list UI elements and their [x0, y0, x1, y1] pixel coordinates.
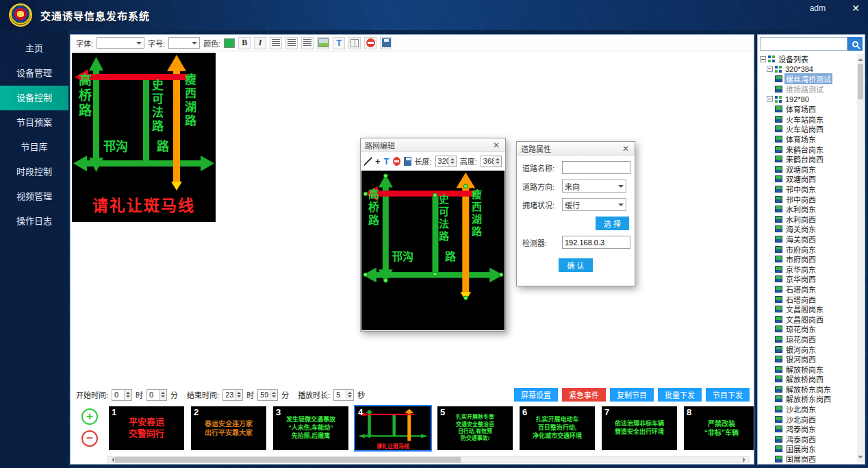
- scroll-up-arrow[interactable]: [858, 56, 863, 61]
- collapse-icon[interactable]: [767, 66, 773, 72]
- spin-down-arrow[interactable]: [237, 395, 241, 399]
- action-button[interactable]: 紧急事件: [562, 388, 606, 402]
- sidebar-item[interactable]: 设备管理: [0, 61, 68, 86]
- close-icon[interactable]: ✕: [621, 144, 630, 153]
- tree-row[interactable]: 解放桥东岗西: [760, 394, 856, 404]
- action-button[interactable]: 节目下发: [706, 388, 750, 402]
- spinner-arrows[interactable]: [494, 156, 501, 167]
- text-tool-button[interactable]: T: [333, 37, 345, 49]
- tree-row[interactable]: 文昌阁岗东: [760, 304, 856, 315]
- sidebar-item[interactable]: 时段控制: [0, 160, 68, 184]
- tree-row[interactable]: 维扬路测试: [760, 84, 856, 95]
- spin-up-arrow[interactable]: [272, 390, 276, 394]
- insert-image-button[interactable]: [317, 37, 329, 49]
- tree-row[interactable]: 螺丝湾桥测试: [760, 74, 856, 84]
- spin-down-arrow[interactable]: [450, 162, 455, 166]
- save-button[interactable]: [380, 37, 392, 49]
- align-right-button[interactable]: [301, 37, 314, 49]
- program-thumb[interactable]: 8 严禁改装 “非标”车辆 请: [684, 406, 754, 450]
- tree-row[interactable]: 鸿泰岗东: [760, 424, 856, 434]
- spinner-arrows[interactable]: [270, 390, 277, 400]
- program-scrollbar[interactable]: [107, 456, 750, 463]
- tree-row[interactable]: 来鹤台岗东: [760, 144, 856, 154]
- search-button[interactable]: [847, 37, 863, 51]
- delete-icon[interactable]: [393, 157, 400, 166]
- tree-row[interactable]: 银河岗东: [760, 344, 856, 354]
- spin-up-arrow[interactable]: [161, 390, 165, 394]
- tree-row[interactable]: 解放桥东岗东: [760, 384, 856, 395]
- tree-row[interactable]: 石塔岗东: [760, 284, 856, 295]
- tree-scrollbar[interactable]: [857, 54, 864, 463]
- scroll-right-arrow[interactable]: [743, 457, 748, 463]
- start-hour-spinner[interactable]: 0: [112, 389, 132, 401]
- spin-down-arrow[interactable]: [126, 395, 130, 399]
- tree-row[interactable]: 京华岗西: [760, 274, 856, 284]
- device-search-input[interactable]: [760, 37, 847, 51]
- scrollbar-thumb[interactable]: [858, 64, 863, 99]
- end-hour-spinner[interactable]: 23: [222, 389, 243, 401]
- road-name-input[interactable]: [562, 161, 630, 174]
- add-node-icon[interactable]: +: [375, 156, 381, 167]
- tree-row[interactable]: 192*80: [760, 94, 856, 104]
- editor-canvas[interactable]: 高桥路 史可法路 瘦西湖路 邗沟 路: [361, 171, 505, 330]
- size-select[interactable]: [168, 37, 200, 49]
- height-spinner[interactable]: 368: [481, 156, 502, 167]
- program-thumb[interactable]: 7 依法治理非标车辆 营造安全出行环境: [602, 406, 677, 450]
- tree-root[interactable]: 设备列表: [760, 54, 856, 64]
- tree-row[interactable]: 沙北岗东: [760, 404, 856, 415]
- spin-down-arrow[interactable]: [496, 162, 500, 166]
- select-detector-button[interactable]: 选 择: [596, 217, 629, 230]
- tree-row[interactable]: 火车站岗西: [760, 124, 856, 134]
- program-thumb[interactable]: 6 扎实开展电动车 百日整治行动, 净化城市交通环境: [520, 406, 595, 450]
- sidebar-item[interactable]: 节目库: [0, 135, 68, 160]
- sidebar-item[interactable]: 设备控制: [0, 86, 68, 110]
- collapse-icon[interactable]: [760, 56, 766, 62]
- road-direction-select[interactable]: 来向: [562, 180, 626, 193]
- spin-up-arrow[interactable]: [126, 390, 130, 394]
- spinner-arrows[interactable]: [159, 390, 166, 400]
- tree-row[interactable]: 琼花岗西: [760, 334, 856, 345]
- tree-row[interactable]: 海关岗东: [760, 224, 856, 234]
- align-center-button[interactable]: [285, 37, 298, 49]
- add-program-button[interactable]: +: [81, 408, 98, 425]
- tree-row[interactable]: 火车站岗东: [760, 114, 856, 125]
- tree-row[interactable]: 解放桥岗东: [760, 364, 856, 374]
- program-thumb[interactable]: 4 请礼让斑马线: [355, 406, 431, 450]
- action-button[interactable]: 批量下发: [658, 388, 702, 402]
- tree-row[interactable]: 京华岗东: [760, 264, 856, 274]
- dialog-titlebar[interactable]: 道路属性 ✕: [517, 142, 635, 156]
- tree-row[interactable]: 双塘岗东: [760, 164, 856, 175]
- sidebar-item[interactable]: 视频管理: [0, 184, 68, 209]
- italic-button[interactable]: I: [254, 37, 266, 49]
- end-minute-spinner[interactable]: 59: [257, 389, 278, 401]
- scroll-left-arrow[interactable]: [109, 457, 114, 463]
- logged-in-user[interactable]: adm: [810, 3, 826, 13]
- tree-row[interactable]: 水利岗西: [760, 214, 856, 225]
- tree-row[interactable]: 水利岗东: [760, 204, 856, 214]
- spinner-arrows[interactable]: [346, 390, 353, 400]
- tree-row[interactable]: 石塔岗西: [760, 294, 856, 304]
- spinner-arrows[interactable]: [448, 156, 456, 167]
- collapse-icon[interactable]: [767, 96, 773, 102]
- delete-button[interactable]: [364, 37, 376, 49]
- spin-up-arrow[interactable]: [237, 390, 241, 394]
- tree-row[interactable]: 琼花岗东: [760, 324, 856, 334]
- close-icon[interactable]: ✕: [492, 140, 501, 150]
- color-swatch[interactable]: [224, 38, 235, 48]
- tree-row[interactable]: 体育场东: [760, 134, 856, 145]
- tree-row[interactable]: 文昌阁岗西: [760, 314, 856, 324]
- font-select[interactable]: [97, 37, 144, 49]
- delete-program-button[interactable]: −: [81, 430, 98, 447]
- length-spinner[interactable]: 320: [435, 156, 457, 167]
- tree-row[interactable]: 市府岗西: [760, 254, 856, 264]
- line-tool-icon[interactable]: [364, 157, 372, 166]
- tree-row[interactable]: 鸿泰岗西: [760, 434, 856, 445]
- bold-button[interactable]: B: [238, 37, 251, 49]
- detector-input[interactable]: [562, 236, 630, 249]
- sidebar-item[interactable]: 操作日志: [0, 209, 68, 234]
- tree-row[interactable]: 海关岗西: [760, 234, 856, 245]
- layout-button[interactable]: [348, 37, 361, 49]
- tree-row[interactable]: 市府岗东: [760, 244, 856, 254]
- confirm-button[interactable]: 确 认: [559, 258, 592, 272]
- action-button[interactable]: 屏幕设置: [514, 388, 558, 402]
